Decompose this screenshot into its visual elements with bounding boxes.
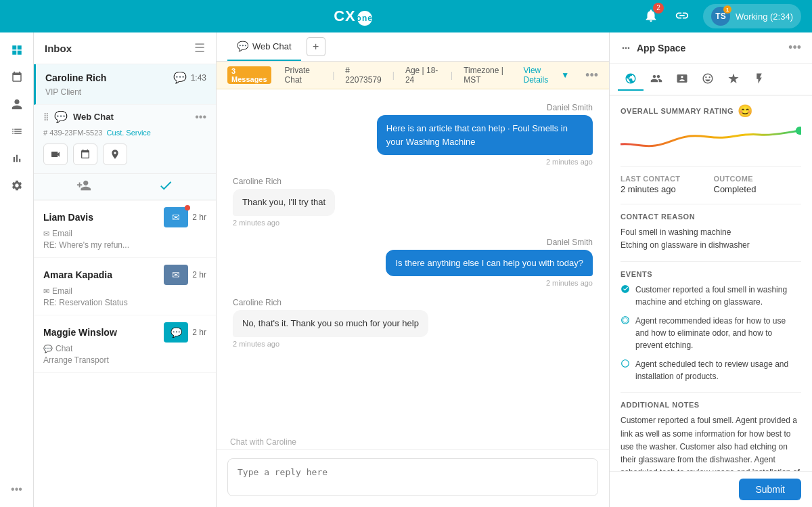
divider [621,166,801,167]
logo: CXone [334,7,372,26]
chat-bubble-icon: 💬 [164,322,188,343]
complete-btn[interactable] [158,178,173,193]
last-contact-value: 2 minutes ago [621,184,708,194]
event-icon [621,284,630,296]
app-content: OVERALL SUMMARY RATING 😊 [610,95,812,471]
app-tab-lightning[interactable] [746,68,772,91]
sidebar-item-more[interactable]: ••• [5,477,29,502]
additional-notes-label: ADDITIONAL NOTES [621,401,801,409]
svg-point-3 [796,127,801,135]
app-space-title: App Space [621,43,685,53]
contact-subtitle: Email [52,286,72,296]
app-tab-id[interactable] [669,68,695,91]
webchat-title: ⣿ 💬 Web Chat [43,110,114,123]
contact-time: 2 hr [192,328,206,337]
svg-point-1 [623,47,625,49]
msg-sender: Daniel Smith [547,103,593,112]
reply-input[interactable] [227,458,598,496]
sidebar-item-settings[interactable] [5,173,29,198]
event-item: Customer reported a foul smell in washin… [621,284,801,308]
reply-label: Chat with Caroline [217,432,609,449]
inbox-header: Inbox ☰ [34,32,216,64]
contact-preview: RE: Reservation Status [43,298,128,307]
webchat-header: ⣿ 💬 Web Chat ••• [34,105,216,129]
event-icon [621,359,630,370]
inbox-menu-icon[interactable]: ☰ [194,41,205,56]
icon-sidebar: ••• [0,32,34,507]
agent-status[interactable]: TS 1 Working (2:34) [703,4,801,28]
contact-preview: RE: Where's my refun... [43,240,129,250]
contact-reason-line2: Etching on glassware in dishwasher [621,239,801,252]
event-text: Agent scheduled tech to review usage and… [635,358,801,382]
contact-time: 2 hr [192,213,206,222]
events-section: EVENTS Customer reported a foul smell in… [621,270,801,382]
msg-time: 2 minutes ago [233,340,279,348]
event-item: Agent recommended ideas for how to use a… [621,315,801,351]
webchat-menu-icon[interactable]: ••• [195,111,206,123]
contact-item-caroline[interactable]: Caroline Rich 💬 1:43 VIP Client [34,64,216,105]
app-tab-sparkle[interactable] [721,68,746,91]
app-tab-atom[interactable] [618,68,644,91]
messages-area: Daniel Smith Here is an article that can… [217,89,609,432]
sidebar-item-calendar[interactable] [5,65,29,89]
chat-icon: 💬 [173,71,187,84]
meta-more-btn[interactable]: ••• [585,68,598,83]
svg-point-2 [628,47,630,49]
app-tab-sentiment[interactable] [695,68,721,91]
tab-label: Web Chat [252,41,292,51]
email-icon2: ✉ [164,265,188,285]
events-label: EVENTS [621,270,801,278]
last-contact-cell: LAST CONTACT 2 minutes ago [621,175,708,194]
webchat-id: # 439-23FM-5523 Cust. Service [34,129,216,139]
view-details-btn[interactable]: View Details ▼ [523,66,569,85]
video-action-btn[interactable] [43,144,68,165]
main-layout: ••• Inbox ☰ Caroline Rich 💬 1:43 VIP Cli… [0,32,812,507]
events-list: Customer reported a foul smell in washin… [621,284,801,382]
summary-emoji: 😊 [738,104,753,118]
notifications-button[interactable]: 2 [641,5,661,28]
sidebar-item-chart[interactable] [5,146,29,171]
location-action-btn[interactable] [103,144,127,165]
cust-service-tag: Cust. Service [107,129,151,137]
notif-badge: 2 [653,3,664,14]
chat-meta-bar: 3 Messages Private Chat | # 22073579 | A… [217,62,609,89]
app-space-menu[interactable]: ••• [788,41,801,55]
assign-btn[interactable] [76,178,91,193]
link-button[interactable] [672,5,692,28]
event-text: Agent recommended ideas for how to use a… [635,315,801,351]
contact-preview: Arrange Transport [43,355,109,365]
sidebar-item-list[interactable] [5,119,29,144]
contact-reason-section: CONTACT REASON Foul smell in washing mac… [621,213,801,252]
inbox-title: Inbox [45,43,72,54]
chat-tab-webchat[interactable]: 💬 Web Chat [227,32,301,61]
contact-item-liam[interactable]: Liam Davis ✉ 2 hr ✉ Email RE: Where's my… [34,200,216,258]
app-tab-people[interactable] [644,68,669,91]
submit-row: Submit [610,471,812,507]
contact-reason-label: CONTACT REASON [621,213,801,221]
summary-label: OVERALL SUMMARY RATING 😊 [621,104,801,118]
agent-badge: 1 [723,5,731,14]
msg-text: Thank you, I'll try that [242,197,325,207]
sidebar-item-user[interactable] [5,92,29,116]
outcome-value: Completed [714,184,802,194]
submit-button[interactable]: Submit [739,479,801,500]
event-text: Customer reported a foul smell in washin… [635,284,801,308]
message-row: Daniel Smith Here is an article that can… [233,103,593,166]
divider [621,204,801,204]
contact-item-maggie[interactable]: Maggie Winslow 💬 2 hr 💬 Chat Arrange Tra… [34,315,216,373]
sidebar-item-grid[interactable] [5,38,29,62]
contact-item-amara[interactable]: Amara Kapadia ✉ 2 hr ✉ Email RE: Reserva… [34,258,216,315]
event-icon [621,315,630,327]
contact-reason-line1: Foul smell in washing machine [621,226,801,239]
additional-notes-section: ADDITIONAL NOTES Customer reported a fou… [621,401,801,471]
contact-name: Amara Kapadia [43,269,112,280]
contact-subtitle: VIP Client [45,87,81,97]
calendar-action-btn[interactable] [73,144,97,165]
private-chat: Private Chat [285,66,322,85]
message-row: Daniel Smith Is there anything else I ca… [233,238,593,288]
chat-main: 💬 Web Chat + 3 Messages Private Chat | #… [217,32,609,507]
add-tab-button[interactable]: + [307,37,325,56]
age-range: Age | 18-24 [405,66,440,85]
app-space: App Space ••• [609,32,812,507]
app-space-tabs [610,64,812,95]
